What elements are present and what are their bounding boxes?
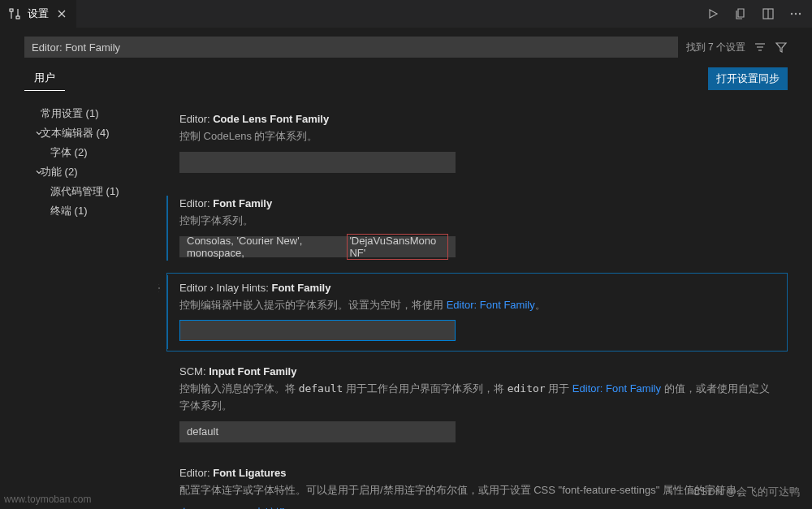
search-filters: [754, 41, 788, 54]
sidebar-item[interactable]: 常用设置 (1): [24, 104, 158, 123]
open-json-icon[interactable]: [734, 7, 747, 20]
close-icon[interactable]: [55, 7, 68, 20]
sidebar-item-label: 文本编辑器 (4): [41, 126, 110, 140]
editor-font-family-link[interactable]: Editor: Font Family: [447, 299, 535, 311]
chevron-down-icon: [34, 128, 44, 138]
scm-input-font-family-input[interactable]: [179, 421, 456, 442]
sidebar-item[interactable]: 源代码管理 (1): [24, 182, 158, 201]
editor-font-family-link[interactable]: Editor: Font Family: [572, 382, 661, 395]
sidebar-item-label: 终端 (1): [50, 204, 88, 218]
setting-desc: 配置字体连字或字体特性。可以是用于启用/禁用连字的布尔值，或用于设置 CSS "…: [179, 482, 775, 499]
svg-rect-0: [10, 9, 13, 11]
codelens-font-family-input[interactable]: [179, 152, 456, 173]
setting-title: Editor: Font Family: [179, 197, 775, 209]
setting-codelens-font-family: Editor: Code Lens Font Family 控制 CodeLen…: [166, 104, 788, 183]
open-settings-sync-button[interactable]: 打开设置同步: [708, 67, 788, 90]
filter-icon[interactable]: [775, 41, 788, 54]
sidebar-item[interactable]: 功能 (2): [24, 162, 158, 182]
svg-rect-2: [16, 16, 19, 19]
svg-marker-6: [710, 10, 717, 18]
setting-title: Editor: Font Ligatures: [179, 467, 775, 479]
svg-point-9: [791, 13, 793, 15]
settings-icon: [8, 7, 21, 20]
setting-desc: 控制字体系列。: [179, 213, 775, 230]
clear-filter-icon[interactable]: [754, 41, 767, 54]
svg-point-10: [795, 13, 797, 15]
main: 常用设置 (1) 文本编辑器 (4) 字体 (2) 功能 (2) 源代码管理 (…: [0, 96, 812, 509]
sidebar-item[interactable]: 终端 (1): [24, 201, 158, 221]
sidebar-item-label: 常用设置 (1): [41, 106, 99, 121]
setting-title: Editor: Code Lens Font Family: [179, 113, 775, 125]
watermark-left: www.toymoban.com: [4, 494, 91, 505]
chevron-down-icon: [34, 167, 44, 177]
sidebar-item-label: 功能 (2): [41, 165, 78, 179]
inlay-hints-font-family-input[interactable]: [179, 320, 456, 341]
user-scope-tab[interactable]: 用户: [24, 66, 65, 91]
sidebar-item-label: 字体 (2): [50, 145, 88, 160]
tab-settings[interactable]: 设置: [0, 0, 76, 28]
setting-title: Editor › Inlay Hints: Font Family: [179, 282, 775, 294]
setting-title: SCM: Input Font Family: [179, 365, 775, 377]
sidebar-item[interactable]: 字体 (2): [24, 143, 158, 162]
highlighted-value: 'DejaVuSansMono NF': [347, 234, 448, 260]
settings-content: Editor: Code Lens Font Family 控制 CodeLen…: [158, 96, 788, 509]
setting-desc: 控制输入消息的字体。将 default 用于工作台用户界面字体系列，将 edit…: [179, 381, 775, 415]
setting-editor-font-family: Editor: Font Family 控制字体系列。 Consolas, 'C…: [166, 188, 788, 268]
settings-search-input[interactable]: [24, 37, 678, 58]
watermark-right: CSDN @会飞的可达鸭: [693, 485, 800, 499]
setting-desc: 控制编辑器中嵌入提示的字体系列。设置为空时，将使用 Editor: Font F…: [179, 297, 775, 314]
header-row: 用户 打开设置同步: [0, 66, 812, 96]
tab-title: 设置: [28, 6, 49, 21]
setting-inlay-hints-font-family: Editor › Inlay Hints: Font Family 控制编辑器中…: [166, 273, 788, 352]
more-icon[interactable]: [789, 7, 802, 20]
search-row: 找到 7 个设置: [0, 28, 812, 66]
setting-editor-font-ligatures: Editor: Font Ligatures 配置字体连字或字体特性。可以是用于…: [166, 458, 788, 509]
sidebar-item[interactable]: 文本编辑器 (4): [24, 123, 158, 143]
settings-sidebar: 常用设置 (1) 文本编辑器 (4) 字体 (2) 功能 (2) 源代码管理 (…: [24, 96, 158, 509]
search-results-count: 找到 7 个设置: [686, 41, 745, 54]
setting-desc: 控制 CodeLens 的字体系列。: [179, 128, 775, 145]
svg-point-11: [799, 13, 801, 15]
gear-icon[interactable]: [158, 282, 161, 297]
setting-scm-input-font-family: SCM: Input Font Family 控制输入消息的字体。将 defau…: [166, 356, 788, 453]
split-icon[interactable]: [762, 7, 775, 20]
sidebar-item-label: 源代码管理 (1): [50, 184, 119, 199]
editor-font-family-input[interactable]: Consolas, 'Courier New', monospace, 'Dej…: [179, 236, 456, 257]
tab-actions: [706, 7, 812, 20]
tab-bar: 设置: [0, 0, 812, 28]
play-icon[interactable]: [706, 7, 719, 20]
